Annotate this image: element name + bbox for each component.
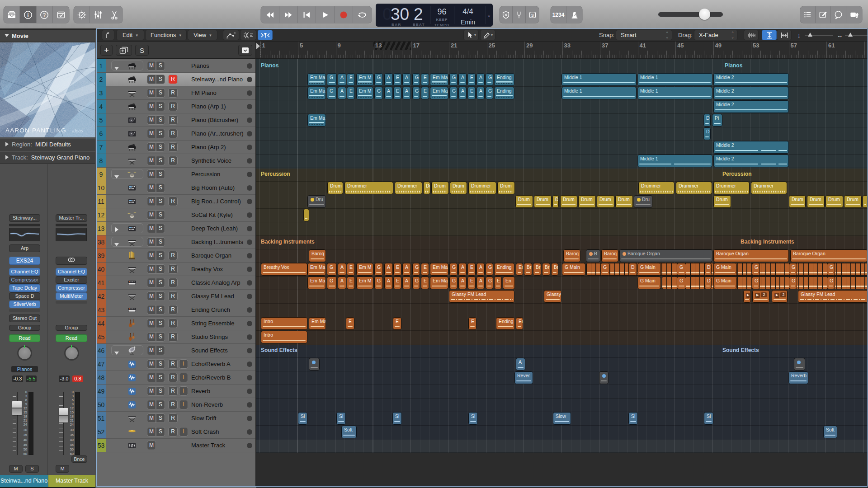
svg-text:?: ? [43, 12, 46, 18]
svg-text:i: i [27, 12, 29, 18]
svg-text:AARON PANTLING: AARON PANTLING [5, 127, 66, 134]
svg-text:ideas: ideas [72, 128, 83, 133]
svg-text:S: S [531, 12, 533, 17]
